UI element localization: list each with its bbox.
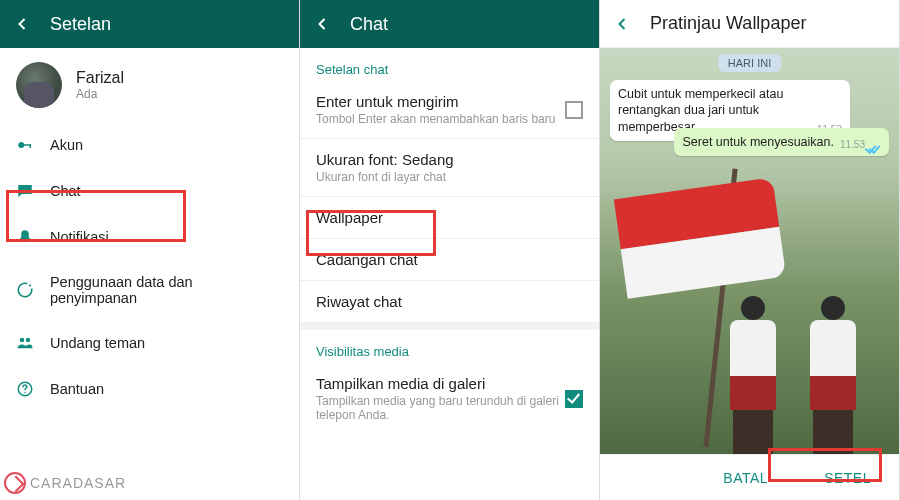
setting-secondary: Tampilkan media yang baru terunduh di ga… (316, 394, 583, 422)
menu-item-account[interactable]: Akun (0, 122, 299, 168)
wallpaper-image (720, 296, 786, 454)
settings-panel: Setelan Farizal Ada Akun Chat Notifikasi… (0, 0, 300, 500)
menu-item-chat[interactable]: Chat (0, 168, 299, 214)
menu-label: Bantuan (50, 381, 104, 397)
setting-font-size[interactable]: Ukuran font: Sedang Ukuran font di layar… (300, 139, 599, 196)
settings-menu: Akun Chat Notifikasi Penggunaan data dan… (0, 122, 299, 412)
setting-backup[interactable]: Cadangan chat (300, 239, 599, 280)
setting-primary: Wallpaper (316, 209, 583, 226)
profile-name: Farizal (76, 69, 124, 87)
appbar: Setelan (0, 0, 299, 48)
setting-primary: Tampilkan media di galeri (316, 375, 583, 392)
action-bar: BATAL SETEL (600, 454, 899, 500)
menu-label: Chat (50, 183, 81, 199)
page-title: Pratinjau Wallpaper (650, 13, 806, 34)
profile-row[interactable]: Farizal Ada (0, 48, 299, 122)
menu-item-invite[interactable]: Undang teman (0, 320, 299, 366)
page-title: Chat (350, 14, 388, 35)
key-icon (16, 136, 50, 154)
menu-label: Akun (50, 137, 83, 153)
watermark-text: CARADASAR (30, 475, 126, 491)
bubble-time: 11.53 (840, 138, 881, 151)
bubble-text: Cubit untuk memperkecil atau rentangkan … (618, 87, 783, 134)
menu-label: Notifikasi (50, 229, 109, 245)
back-icon[interactable] (12, 14, 32, 34)
setting-history[interactable]: Riwayat chat (300, 281, 599, 322)
bell-icon (16, 228, 50, 246)
read-ticks-icon (867, 143, 881, 153)
wallpaper-image (800, 296, 866, 454)
menu-item-help[interactable]: Bantuan (0, 366, 299, 412)
setting-wallpaper[interactable]: Wallpaper (300, 197, 599, 238)
profile-status: Ada (76, 87, 124, 101)
svg-point-0 (18, 142, 24, 148)
svg-rect-2 (30, 144, 32, 148)
chat-icon (16, 182, 50, 200)
menu-item-notifications[interactable]: Notifikasi (0, 214, 299, 260)
back-icon[interactable] (312, 14, 332, 34)
chat-settings-panel: Chat Setelan chat Enter untuk mengirim T… (300, 0, 600, 500)
setting-primary: Ukuran font: Sedang (316, 151, 583, 168)
section-label: Visibilitas media (300, 330, 599, 363)
wallpaper-preview[interactable]: HARI INI Cubit untuk memperkecil atau re… (600, 48, 899, 454)
svg-point-4 (26, 338, 31, 343)
svg-point-3 (20, 338, 25, 343)
cancel-button[interactable]: BATAL (695, 458, 796, 498)
appbar: Chat (300, 0, 599, 48)
menu-label: Penggunaan data dan penyimpanan (50, 274, 283, 306)
watermark-logo-icon (4, 472, 26, 494)
setting-enter-send[interactable]: Enter untuk mengirim Tombol Enter akan m… (300, 81, 599, 138)
checkbox-icon[interactable] (565, 101, 583, 119)
set-button[interactable]: SETEL (796, 458, 899, 498)
date-badge: HARI INI (718, 54, 781, 72)
help-icon (16, 380, 50, 398)
checkbox-icon[interactable] (565, 390, 583, 408)
setting-secondary: Tombol Enter akan menambahkan baris baru (316, 112, 583, 126)
menu-item-data-usage[interactable]: Penggunaan data dan penyimpanan (0, 260, 299, 320)
setting-secondary: Ukuran font di layar chat (316, 170, 583, 184)
appbar: Pratinjau Wallpaper (600, 0, 899, 48)
chat-bubble-outgoing: Seret untuk menyesuaikan. 11.53 (674, 128, 889, 156)
setting-primary: Enter untuk mengirim (316, 93, 583, 110)
page-title: Setelan (50, 14, 111, 35)
section-label: Setelan chat (300, 48, 599, 81)
setting-media-visibility[interactable]: Tampilkan media di galeri Tampilkan medi… (300, 363, 599, 434)
svg-point-6 (24, 392, 26, 394)
divider (300, 322, 599, 330)
wallpaper-preview-panel: Pratinjau Wallpaper HARI INI Cubit untuk… (600, 0, 900, 500)
data-icon (16, 281, 50, 299)
menu-label: Undang teman (50, 335, 145, 351)
watermark: CARADASAR (4, 472, 126, 494)
bubble-text: Seret untuk menyesuaikan. (682, 135, 833, 149)
setting-primary: Riwayat chat (316, 293, 583, 310)
avatar (16, 62, 62, 108)
people-icon (16, 334, 50, 352)
setting-primary: Cadangan chat (316, 251, 583, 268)
back-icon[interactable] (612, 14, 632, 34)
